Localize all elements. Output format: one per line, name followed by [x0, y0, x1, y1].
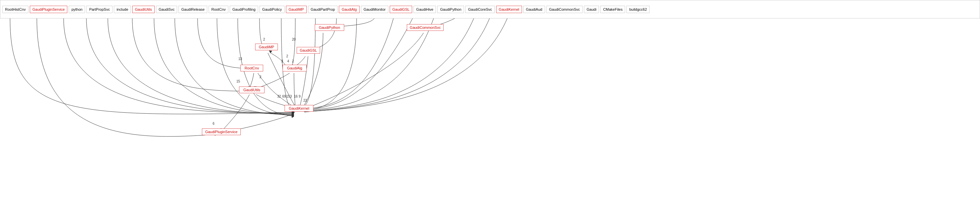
- top-node-gaudiutils[interactable]: GaudiUtils: [132, 6, 155, 13]
- edge-label-69: 69: [282, 95, 286, 98]
- top-node-gaudipluginservice[interactable]: GaudiPluginService: [30, 6, 68, 13]
- top-node-roothistcnv[interactable]: RootHistCnv: [2, 6, 29, 13]
- top-node-gaudigsl[interactable]: GaudiGSL: [390, 6, 412, 13]
- svg-marker-6: [292, 113, 294, 116]
- edge-label-2a: 2: [263, 38, 265, 41]
- top-node-gaudisvc[interactable]: GaudiSvc: [156, 6, 177, 13]
- edge-label-2d: 2: [259, 75, 261, 79]
- node-gaudimp[interactable]: GaudiMP: [255, 43, 278, 50]
- top-node-gaudialg[interactable]: GaudiAlg: [339, 6, 359, 13]
- top-node-gaudicommonsvc[interactable]: GaudiCommonSvc: [546, 6, 582, 13]
- edge-label-22: 22: [303, 99, 307, 102]
- top-node-gaudipython[interactable]: GaudiPython: [437, 6, 464, 13]
- edge-label-3: 3: [281, 59, 283, 63]
- top-node-gaudi[interactable]: Gaudi: [584, 6, 599, 13]
- top-node-gaudicoresvc[interactable]: GaudiCoreSvc: [465, 6, 495, 13]
- top-bar: RootHistCnvGaudiPluginServicepythonPartP…: [0, 0, 980, 18]
- node-gaudipython[interactable]: GaudiPython: [315, 24, 344, 31]
- top-node-partpropsvc[interactable]: PartPropSvc: [86, 6, 113, 13]
- node-rootcnv[interactable]: RootCnv: [240, 65, 263, 71]
- edge-label-16: 16: [294, 95, 298, 98]
- top-node-gaudiprofiling[interactable]: GaudiProfiling: [230, 6, 258, 13]
- top-node-gaudikernel[interactable]: GaudiKernel: [496, 6, 522, 13]
- edge-label-6: 6: [213, 122, 215, 125]
- svg-marker-10: [292, 115, 294, 118]
- top-node-gaudimp[interactable]: GaudiMP: [286, 6, 307, 13]
- edge-label-32: 32: [277, 95, 281, 98]
- svg-marker-34: [269, 51, 272, 53]
- edge-label-20: 20: [292, 38, 296, 41]
- node-gaudigsl[interactable]: GaudiGSL: [297, 47, 320, 54]
- top-node-rootcnv[interactable]: RootCnv: [208, 6, 228, 13]
- top-node-gaudihive[interactable]: GaudiHive: [414, 6, 436, 13]
- svg-marker-3: [292, 112, 294, 114]
- top-node-cmakefiles[interactable]: CMakeFiles: [600, 6, 625, 13]
- top-node-buildgcc62[interactable]: buildgcc62: [627, 6, 649, 13]
- top-node-python[interactable]: python: [68, 6, 85, 13]
- top-node-gaudirelease[interactable]: GaudiRelease: [178, 6, 207, 13]
- svg-marker-4: [292, 112, 294, 115]
- edge-label-13: 13: [239, 57, 242, 61]
- top-node-include[interactable]: include: [114, 6, 131, 13]
- graph-container: RootHistCnvGaudiPluginServicepythonPartP…: [0, 0, 980, 220]
- node-gaudialg[interactable]: GaudiAlg: [283, 65, 307, 71]
- edge-label-2c: 2: [292, 59, 294, 63]
- top-node-gaudipolicy[interactable]: GaudiPolicy: [259, 6, 285, 13]
- node-gaudipluginservice[interactable]: GaudiPluginService: [202, 128, 241, 135]
- top-node-gaudimonitor[interactable]: GaudiMonitor: [361, 6, 388, 13]
- edge-label-15: 15: [236, 79, 240, 83]
- top-node-gaudiaud[interactable]: GaudiAud: [523, 6, 545, 13]
- node-gaudikernel[interactable]: GaudiKernel: [285, 105, 313, 112]
- svg-marker-9: [292, 114, 294, 117]
- svg-marker-7: [292, 114, 294, 116]
- edge-label-9: 9: [299, 95, 301, 98]
- edge-label-15b: 15: [286, 95, 290, 98]
- top-node-gaudipartprop[interactable]: GaudiPartProp: [308, 6, 338, 13]
- edge-label-4: 4: [287, 59, 289, 63]
- node-gaudicommonsvc[interactable]: GaudiCommonSvc: [407, 24, 444, 31]
- edge-label-2b: 2: [286, 54, 288, 58]
- edges-svg: [0, 0, 980, 220]
- edge-label-3b: 3: [290, 95, 292, 98]
- node-gaudiutils[interactable]: GaudiUtils: [239, 87, 264, 93]
